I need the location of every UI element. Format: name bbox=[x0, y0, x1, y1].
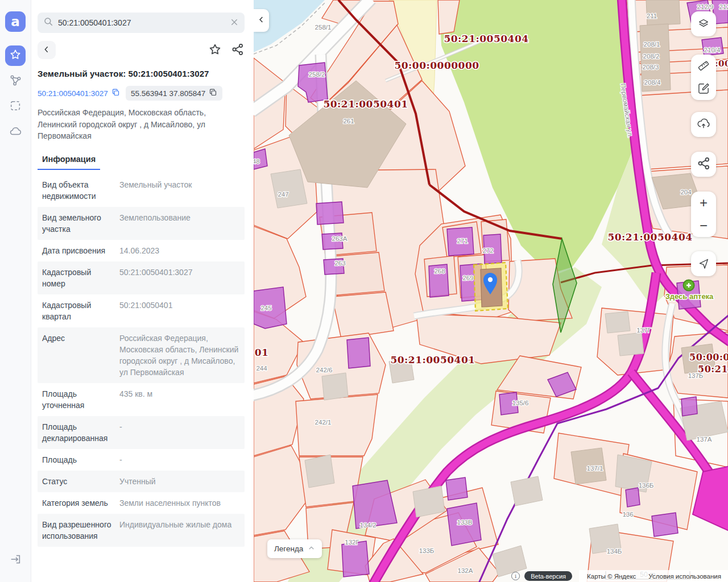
coordinates-chip[interactable]: 55.563941 37.805847 bbox=[126, 86, 222, 101]
info-row-label: Площадь декларированная bbox=[42, 421, 119, 444]
parcel-number-label: 133В bbox=[457, 519, 473, 526]
parcel-number-label: 134/2 bbox=[360, 522, 377, 529]
info-row-label: Категория земель bbox=[42, 497, 119, 509]
detail-panel: Земельный участок: 50:21:0050401:3027 50… bbox=[31, 0, 254, 582]
zoom-out-button[interactable]: − bbox=[691, 214, 716, 237]
info-row-value: Землепользование bbox=[119, 212, 240, 235]
legend-button[interactable]: Легенда bbox=[267, 539, 322, 558]
map-area[interactable]: Первомайская ул. Здесь аптека 258/1258/2… bbox=[254, 0, 728, 582]
info-row-label: Дата присвоения bbox=[42, 245, 119, 256]
layers-button[interactable] bbox=[691, 11, 716, 36]
parcel-number-label: 271 bbox=[457, 238, 468, 244]
share-button[interactable] bbox=[231, 43, 245, 58]
sidebar-item-select-area[interactable] bbox=[5, 97, 26, 117]
parcel-number-label: 212/9 bbox=[697, 3, 714, 10]
parcel-number-label: 208/2 bbox=[643, 53, 660, 60]
cadastral-quarter-label: 50:21: bbox=[698, 364, 728, 375]
cadastral-quarter-label: 50:21:0050401 bbox=[323, 98, 408, 110]
close-icon bbox=[230, 18, 239, 28]
back-button[interactable] bbox=[38, 41, 56, 59]
info-row-label: Площадь bbox=[42, 454, 119, 465]
info-row: Кадастровый квартал50:21:0050401 bbox=[38, 294, 245, 327]
map-share-button[interactable] bbox=[691, 152, 716, 177]
edit-button[interactable] bbox=[691, 77, 716, 100]
parcel-number-label: 136 bbox=[622, 511, 633, 518]
address-text: Российская Федерация, Московская область… bbox=[38, 107, 245, 142]
parcel-number-label: 134Б bbox=[607, 548, 622, 555]
parcel-number-label: 258/1 bbox=[315, 24, 332, 31]
parcel-number-label: 244 bbox=[256, 365, 267, 372]
cadastral-quarter-label: 50:21:0050404 bbox=[444, 33, 528, 44]
info-icon[interactable]: i bbox=[511, 572, 520, 580]
parcel-number-label: 272 bbox=[482, 247, 493, 254]
parcel-number-label: 137Г bbox=[636, 327, 651, 334]
sidebar-item-exit[interactable] bbox=[5, 550, 26, 571]
icon-rail: a bbox=[0, 0, 31, 582]
parcel-number-label: 269 bbox=[462, 275, 473, 281]
search-bar[interactable] bbox=[38, 13, 245, 33]
parcel-number-label: 204 bbox=[680, 189, 692, 196]
chevron-up-icon bbox=[308, 544, 315, 554]
chevron-left-icon bbox=[42, 45, 51, 56]
info-row: Категория земельЗемли населенных пунктов bbox=[38, 492, 245, 514]
cadastral-quarter-label: 50:00:0000000 bbox=[394, 60, 479, 71]
navigation-arrow-icon bbox=[696, 256, 711, 272]
info-row-value: Земельный участок bbox=[119, 179, 240, 202]
info-row-value: 14.06.2023 bbox=[119, 245, 240, 256]
star-icon bbox=[208, 43, 222, 58]
zoom-in-button[interactable]: + bbox=[691, 192, 716, 214]
sidebar-item-geometry[interactable] bbox=[5, 71, 26, 92]
ruler-button[interactable] bbox=[691, 55, 716, 77]
info-row-value: 435 кв. м bbox=[119, 388, 240, 411]
chevron-left-icon bbox=[257, 15, 266, 26]
pharmacy-label: Здесь аптека bbox=[665, 292, 714, 301]
upload-button[interactable] bbox=[691, 112, 716, 137]
parcel-number-label: 210/4 bbox=[704, 47, 721, 53]
locate-button[interactable] bbox=[691, 251, 716, 276]
parcel-number-label: 268 bbox=[434, 268, 445, 275]
clear-search-button[interactable] bbox=[230, 18, 239, 28]
sidebar-item-favorites[interactable] bbox=[5, 45, 26, 66]
map-copyright[interactable]: Карты © Яндекс bbox=[587, 573, 636, 580]
layers-icon bbox=[696, 16, 711, 32]
search-icon bbox=[43, 16, 53, 29]
terms-link[interactable]: Условия использования bbox=[648, 573, 721, 580]
parcel-number-label: 208/4 bbox=[644, 79, 661, 86]
edit-icon bbox=[696, 81, 711, 97]
info-row: Площадь- bbox=[38, 449, 245, 471]
app-window: a Земельный участок: 50:21:005 bbox=[0, 0, 728, 582]
parcel-number-label: 247 bbox=[278, 191, 288, 198]
search-input[interactable] bbox=[58, 18, 230, 27]
info-row-label: Вид земельного участка bbox=[42, 212, 119, 235]
info-row: СтатусУчтенный bbox=[38, 471, 245, 492]
cadastral-quarter-label: 50:21:0050401 bbox=[390, 354, 475, 365]
beta-badge: Beta-версия bbox=[524, 571, 572, 581]
cadastral-number-text: 50:21:0050401:3027 bbox=[38, 89, 108, 98]
sidebar-item-cloud[interactable] bbox=[5, 122, 26, 143]
network-icon bbox=[9, 74, 22, 89]
pharmacy-marker[interactable] bbox=[684, 280, 694, 291]
favorite-button[interactable] bbox=[208, 43, 222, 58]
copy-icon[interactable] bbox=[209, 88, 217, 98]
info-row-label: Вид объекта недвижимости bbox=[42, 179, 119, 202]
tab-information[interactable]: Информация bbox=[38, 151, 100, 170]
map-canvas[interactable]: Первомайская ул. Здесь аптека 258/1258/2… bbox=[254, 0, 728, 582]
copy-icon[interactable] bbox=[111, 88, 120, 98]
info-row-value: Земли населенных пунктов bbox=[119, 497, 240, 509]
cadastral-quarter-label: :00 bbox=[715, 59, 728, 69]
parcel-number-label: 248 bbox=[254, 158, 260, 165]
collapse-panel-button[interactable] bbox=[254, 9, 269, 32]
parcel-number-label: 133Б bbox=[419, 547, 435, 554]
info-row: Площадь уточненная435 кв. м bbox=[38, 383, 245, 416]
info-row-value: Российская Федерация, Московская область… bbox=[119, 332, 240, 378]
parcel-number-label: 242/6 bbox=[316, 367, 333, 373]
cadastral-number-link[interactable]: 50:21:0050401:3027 bbox=[38, 88, 120, 98]
star-icon bbox=[9, 48, 22, 63]
parcel-number-label: 136Б bbox=[639, 482, 654, 489]
map-attribution: i Beta-версия Карты © Яндекс Условия исп… bbox=[511, 570, 728, 582]
parcel-number-label: 263 bbox=[334, 260, 345, 267]
info-row-label: Кадастровый квартал bbox=[42, 300, 119, 322]
parcel-number-label: 137/1 bbox=[587, 465, 603, 472]
parcel-number-label: 137А bbox=[697, 436, 712, 443]
app-logo[interactable]: a bbox=[5, 11, 26, 32]
